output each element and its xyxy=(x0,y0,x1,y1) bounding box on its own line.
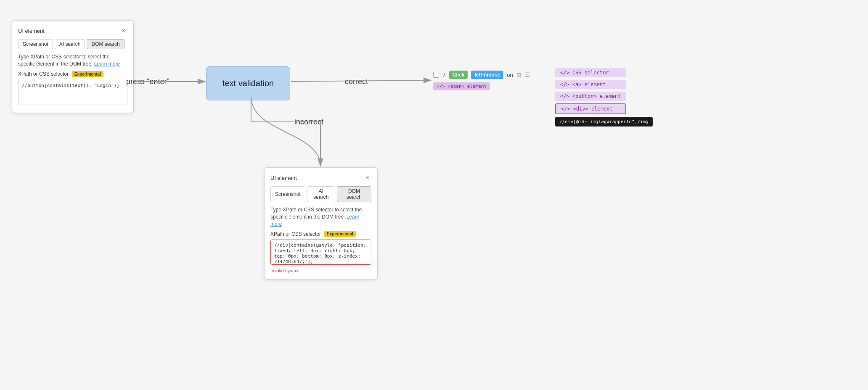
correct-label: correct xyxy=(345,77,368,86)
bottom-panel-header: UI element × xyxy=(270,174,371,182)
bottom-panel-title: UI element xyxy=(270,175,297,181)
click-badge: Click xyxy=(449,71,468,79)
bottom-tab-dom-search[interactable]: DOM search xyxy=(337,186,371,202)
tab-screenshot[interactable]: Screenshot xyxy=(18,39,53,49)
selector-input-top[interactable]: //button[contains(text(), "Login")] xyxy=(18,80,127,105)
field-label-row: XPath or CSS selector Experimental xyxy=(18,71,127,77)
experimental-badge: Experimental xyxy=(72,71,103,77)
bottom-tab-bar: Screenshot AI search DOM search xyxy=(270,186,371,202)
on-label: on xyxy=(507,72,513,78)
element-chip-div[interactable]: </> <div> element xyxy=(555,103,626,114)
xpath-tooltip: //div[@id="imgTagWrapperId"]/img xyxy=(555,117,653,126)
bottom-field-label: XPath or CSS selector xyxy=(270,231,321,237)
press-enter-label: press "enter" xyxy=(126,77,169,86)
learn-more-link[interactable]: Learn more xyxy=(94,61,120,67)
element-chip-button[interactable]: </> <button> element xyxy=(555,92,626,101)
text-validation-label: text validation xyxy=(222,79,274,88)
topleft-ui-panel: UI element × Screenshot AI search DOM se… xyxy=(12,20,134,113)
panel-close-button[interactable]: × xyxy=(120,26,127,35)
tab-ai-search[interactable]: AI search xyxy=(55,39,85,49)
bottom-experimental-badge: Experimental xyxy=(324,231,356,237)
action-row-2: </> <span> element xyxy=(433,82,490,90)
panel-description: Type XPath or CSS selector to select the… xyxy=(18,53,127,68)
element-list: </> CSS selector </> <a> element </> <bu… xyxy=(555,68,626,114)
selector-input-bottom[interactable]: //div[contains(@style, 'position: fixed;… xyxy=(270,240,371,265)
element-chip-a[interactable]: </> <a> element xyxy=(555,80,626,89)
step-number: 7 xyxy=(442,71,446,78)
bottom-panel-close-button[interactable]: × xyxy=(364,174,371,182)
tab-dom-search[interactable]: DOM search xyxy=(87,39,124,49)
incorrect-label: incorrect xyxy=(294,118,323,126)
bottom-panel-description: Type XPath or CSS selector to select the… xyxy=(270,206,371,227)
step-checkbox[interactable] xyxy=(433,72,439,78)
left-mouse-badge: left-mouse xyxy=(471,71,503,79)
text-validation-box: text validation xyxy=(206,66,290,100)
span-element-badge: </> <span> element xyxy=(433,82,490,90)
bottom-tab-ai-search[interactable]: AI search xyxy=(307,186,335,202)
error-text: Invalid syntax xyxy=(270,268,371,273)
panel-header: UI element × xyxy=(18,26,127,35)
action-row: 7 Click left-mouse on ⊞ ☰ xyxy=(433,71,530,79)
element-chip-css[interactable]: </> CSS selector xyxy=(555,68,626,77)
bottom-ui-panel: UI element × Screenshot AI search DOM se… xyxy=(264,167,378,279)
bottom-field-label-row: XPath or CSS selector Experimental xyxy=(270,231,371,237)
tab-bar: Screenshot AI search DOM search xyxy=(18,39,127,49)
panel-title: UI element xyxy=(18,28,45,34)
bottom-tab-screenshot[interactable]: Screenshot xyxy=(270,186,305,202)
field-label: XPath or CSS selector xyxy=(18,71,69,77)
divider-icon-2: ☰ xyxy=(525,71,530,78)
divider-icon-1: ⊞ xyxy=(516,71,521,78)
